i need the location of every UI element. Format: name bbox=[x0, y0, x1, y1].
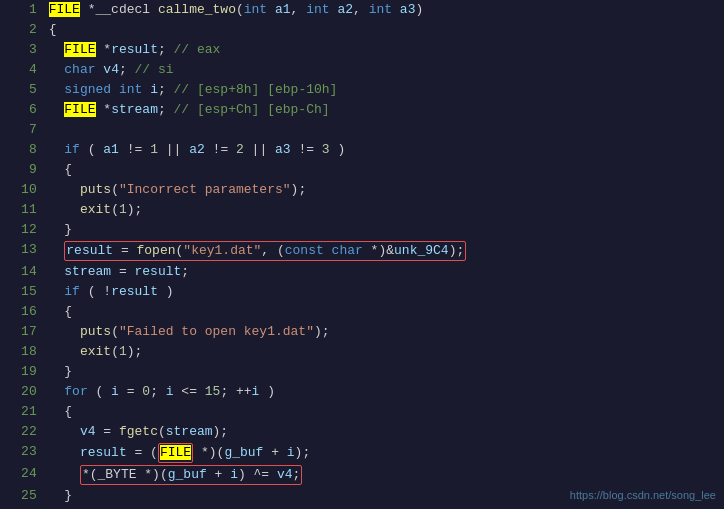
highlight-box-line24: *(_BYTE *)(g_buf + i) ^= v4; bbox=[80, 465, 303, 485]
line-code: puts("Failed to open key1.dat"); bbox=[45, 322, 724, 342]
file-keyword: FILE bbox=[64, 42, 95, 57]
line-code: { bbox=[45, 402, 724, 422]
table-row: 10 puts("Incorrect parameters"); bbox=[0, 180, 724, 200]
line-number: 17 bbox=[0, 322, 45, 342]
table-row: 11 exit(1); bbox=[0, 200, 724, 220]
table-row: 14 stream = result; bbox=[0, 262, 724, 282]
line-number: 22 bbox=[0, 422, 45, 442]
line-code: FILE *stream; // [esp+Ch] [ebp-Ch] bbox=[45, 100, 724, 120]
line-number: 8 bbox=[0, 140, 45, 160]
line-code: } bbox=[45, 220, 724, 240]
line-code: stream = result; bbox=[45, 262, 724, 282]
line-number: 20 bbox=[0, 382, 45, 402]
file-keyword: FILE bbox=[49, 2, 80, 17]
line-number: 24 bbox=[0, 464, 45, 486]
table-row: 8 if ( a1 != 1 || a2 != 2 || a3 != 3 ) bbox=[0, 140, 724, 160]
line-code: { bbox=[45, 20, 724, 40]
table-row: 22 v4 = fgetc(stream); bbox=[0, 422, 724, 442]
table-row: 7 bbox=[0, 120, 724, 140]
table-row: 19 } bbox=[0, 362, 724, 382]
line-number: 18 bbox=[0, 342, 45, 362]
line-number: 25 bbox=[0, 486, 45, 506]
line-number: 10 bbox=[0, 180, 45, 200]
file-keyword: FILE bbox=[64, 102, 95, 117]
line-number: 7 bbox=[0, 120, 45, 140]
table-row: 17 puts("Failed to open key1.dat"); bbox=[0, 322, 724, 342]
line-code: if ( !result ) bbox=[45, 282, 724, 302]
table-row: 12 } bbox=[0, 220, 724, 240]
line-code: result = fopen("key1.dat", (const char *… bbox=[45, 240, 724, 262]
line-number: 3 bbox=[0, 40, 45, 60]
watermark: https://blog.csdn.net/song_lee bbox=[570, 489, 716, 501]
line-code: FILE *__cdecl callme_two(int a1, int a2,… bbox=[45, 0, 724, 20]
line-code: exit(1); bbox=[45, 342, 724, 362]
line-number: 4 bbox=[0, 60, 45, 80]
line-number: 12 bbox=[0, 220, 45, 240]
table-row: 18 exit(1); bbox=[0, 342, 724, 362]
line-code: { bbox=[45, 160, 724, 180]
table-row: 13 result = fopen("key1.dat", (const cha… bbox=[0, 240, 724, 262]
line-number: 15 bbox=[0, 282, 45, 302]
line-code: result = (FILE *)(g_buf + i); bbox=[45, 442, 724, 464]
kw-int2: int bbox=[306, 2, 329, 17]
table-row: 24 *(_BYTE *)(g_buf + i) ^= v4; bbox=[0, 464, 724, 486]
table-row: 16 { bbox=[0, 302, 724, 322]
highlight-box-file-line23: FILE bbox=[158, 443, 193, 463]
line-code: } bbox=[45, 362, 724, 382]
line-code: for ( i = 0; i <= 15; ++i ) bbox=[45, 382, 724, 402]
line-number: 14 bbox=[0, 262, 45, 282]
kw-int3: int bbox=[369, 2, 392, 17]
function-name: callme_two bbox=[158, 2, 236, 17]
line-number: 19 bbox=[0, 362, 45, 382]
table-row: 21 { bbox=[0, 402, 724, 422]
table-row: 5 signed int i; // [esp+8h] [ebp-10h] bbox=[0, 80, 724, 100]
table-row: 6 FILE *stream; // [esp+Ch] [ebp-Ch] bbox=[0, 100, 724, 120]
line-code: { bbox=[45, 302, 724, 322]
code-viewer: 1 FILE *__cdecl callme_two(int a1, int a… bbox=[0, 0, 724, 509]
table-row: 4 char v4; // si bbox=[0, 60, 724, 80]
line-number: 9 bbox=[0, 160, 45, 180]
line-number: 11 bbox=[0, 200, 45, 220]
table-row: 2 { bbox=[0, 20, 724, 40]
table-row: 15 if ( !result ) bbox=[0, 282, 724, 302]
line-number: 1 bbox=[0, 0, 45, 20]
line-code: signed int i; // [esp+8h] [ebp-10h] bbox=[45, 80, 724, 100]
highlight-box-line13: result = fopen("key1.dat", (const char *… bbox=[64, 241, 466, 261]
line-code: FILE *result; // eax bbox=[45, 40, 724, 60]
line-number: 16 bbox=[0, 302, 45, 322]
table-row: 23 result = (FILE *)(g_buf + i); bbox=[0, 442, 724, 464]
table-row: 9 { bbox=[0, 160, 724, 180]
line-number: 2 bbox=[0, 20, 45, 40]
line-code: puts("Incorrect parameters"); bbox=[45, 180, 724, 200]
line-code: if ( a1 != 1 || a2 != 2 || a3 != 3 ) bbox=[45, 140, 724, 160]
line-number: 21 bbox=[0, 402, 45, 422]
line-number: 13 bbox=[0, 240, 45, 262]
table-row: 20 for ( i = 0; i <= 15; ++i ) bbox=[0, 382, 724, 402]
code-table: 1 FILE *__cdecl callme_two(int a1, int a… bbox=[0, 0, 724, 509]
line-number: 6 bbox=[0, 100, 45, 120]
line-number: 5 bbox=[0, 80, 45, 100]
table-row: 1 FILE *__cdecl callme_two(int a1, int a… bbox=[0, 0, 724, 20]
line-code: exit(1); bbox=[45, 200, 724, 220]
line-code: v4 = fgetc(stream); bbox=[45, 422, 724, 442]
kw-int1: int bbox=[244, 2, 267, 17]
file-keyword: FILE bbox=[160, 445, 191, 460]
line-code: *(_BYTE *)(g_buf + i) ^= v4; bbox=[45, 464, 724, 486]
table-row: 3 FILE *result; // eax bbox=[0, 40, 724, 60]
line-number: 23 bbox=[0, 442, 45, 464]
line-code: char v4; // si bbox=[45, 60, 724, 80]
line-code bbox=[45, 120, 724, 140]
